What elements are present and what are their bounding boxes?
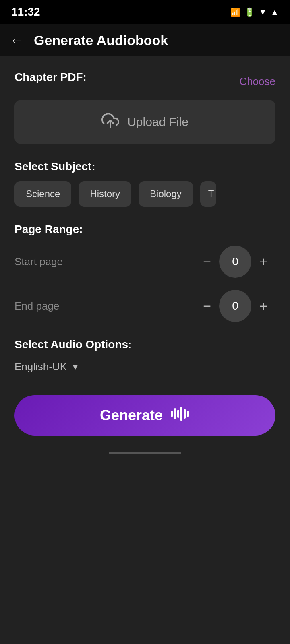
status-icons: 📶 🔋 ▼ ▲ xyxy=(230,7,279,17)
page-range-label: Page Range: xyxy=(14,223,276,236)
end-page-value: 0 xyxy=(219,290,251,322)
start-page-control: Start page − 0 + xyxy=(14,246,276,278)
generate-button-label: Generate xyxy=(100,407,163,424)
page-range-section: Page Range: Start page − 0 + End page − … xyxy=(14,223,276,322)
audio-dropdown[interactable]: English-UK ▼ xyxy=(14,361,276,379)
subject-chips-row: Science History Biology T xyxy=(14,181,276,207)
start-page-value: 0 xyxy=(219,246,251,278)
back-button[interactable]: ← xyxy=(10,33,24,47)
upload-text: Upload File xyxy=(127,115,188,129)
upload-icon xyxy=(102,111,119,133)
app-header: ← Generate Audiobook xyxy=(0,24,290,56)
svg-rect-5 xyxy=(184,409,186,419)
svg-rect-1 xyxy=(171,411,173,417)
wifi-icon: ▼ xyxy=(259,8,267,17)
main-content: Chapter PDF: Choose Upload File Select S… xyxy=(0,56,290,644)
upload-file-button[interactable]: Upload File xyxy=(14,100,276,144)
status-bar: 11:32 📶 🔋 ▼ ▲ xyxy=(0,0,290,24)
svg-rect-3 xyxy=(177,410,179,418)
waveform-icon xyxy=(171,407,190,425)
subject-chip-science[interactable]: Science xyxy=(14,181,71,207)
end-page-label: End page xyxy=(14,300,195,312)
end-page-minus[interactable]: − xyxy=(195,299,219,313)
svg-rect-4 xyxy=(180,407,182,421)
audio-options-section: Select Audio Options: English-UK ▼ xyxy=(14,338,276,379)
start-page-minus[interactable]: − xyxy=(195,255,219,268)
choose-link[interactable]: Choose xyxy=(239,75,276,88)
page-title: Generate Audiobook xyxy=(34,33,168,48)
dropdown-arrow-icon: ▼ xyxy=(71,362,80,372)
battery-icon: 🔋 xyxy=(244,7,255,17)
subject-chip-history[interactable]: History xyxy=(79,181,131,207)
home-bar xyxy=(109,452,181,454)
home-indicator xyxy=(14,452,276,461)
svg-rect-2 xyxy=(174,408,176,419)
audio-dropdown-value: English-UK xyxy=(14,361,67,373)
chapter-pdf-row: Chapter PDF: Choose xyxy=(14,71,276,92)
svg-rect-6 xyxy=(187,411,189,417)
status-time: 11:32 xyxy=(11,6,40,19)
end-page-plus[interactable]: + xyxy=(251,299,276,313)
subject-chip-partial[interactable]: T xyxy=(200,181,216,207)
generate-button[interactable]: Generate xyxy=(14,395,276,436)
select-subject-label: Select Subject: xyxy=(14,160,276,173)
bluetooth-icon: 📶 xyxy=(230,7,240,17)
signal-icon: ▲ xyxy=(271,8,279,17)
start-page-label: Start page xyxy=(14,256,195,268)
end-page-control: End page − 0 + xyxy=(14,290,276,322)
audio-options-label: Select Audio Options: xyxy=(14,338,276,351)
chapter-pdf-label: Chapter PDF: xyxy=(14,71,87,84)
subject-chip-biology[interactable]: Biology xyxy=(139,181,193,207)
start-page-plus[interactable]: + xyxy=(251,255,276,268)
select-subject-section: Select Subject: Science History Biology … xyxy=(14,160,276,207)
